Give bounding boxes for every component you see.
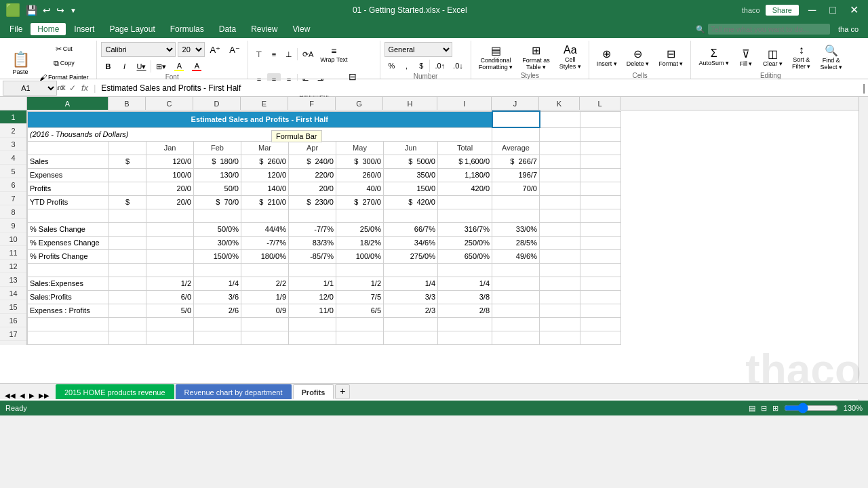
menu-review[interactable]: Review xyxy=(244,23,284,35)
cell-h13[interactable]: 1/4 xyxy=(384,277,438,290)
cell-f3[interactable]: Apr xyxy=(289,141,336,155)
cell-f11[interactable]: -85/7% xyxy=(289,249,336,263)
cell-a13[interactable]: Sales:Expenses xyxy=(28,277,109,290)
cell-h11[interactable]: 275/0% xyxy=(384,249,438,263)
cell-d16[interactable] xyxy=(194,317,241,331)
cell-c4[interactable]: 120/0 xyxy=(146,155,194,168)
zoom-slider[interactable] xyxy=(784,403,838,413)
cell-h9[interactable]: 66/7% xyxy=(384,222,438,236)
cell-j13[interactable] xyxy=(492,277,540,290)
cell-g6[interactable]: 40/0 xyxy=(336,182,384,195)
cell-h4[interactable]: $ 500/0 xyxy=(384,155,438,168)
row-header-17[interactable]: 17 xyxy=(0,327,26,341)
share-button[interactable]: Share xyxy=(766,5,799,16)
menu-formulas[interactable]: Formulas xyxy=(163,23,211,35)
close-button[interactable]: ✕ xyxy=(846,0,863,20)
fill-color-button[interactable]: A xyxy=(171,60,187,73)
cell-i12[interactable] xyxy=(438,263,492,277)
copy-button[interactable]: ⧉ Copy xyxy=(36,56,92,70)
decrease-font-button[interactable]: A⁻ xyxy=(226,43,243,56)
cell-a14[interactable]: Sales:Profits xyxy=(28,290,109,304)
cell-d11[interactable]: 150/0% xyxy=(194,249,241,263)
percent-format-button[interactable]: % xyxy=(384,59,398,73)
cell-k6[interactable] xyxy=(540,182,580,195)
cell-l4[interactable] xyxy=(580,155,621,168)
cell-d6[interactable]: 50/0 xyxy=(194,182,241,195)
vertical-scrollbar[interactable] xyxy=(859,97,868,415)
cell-b16[interactable] xyxy=(109,317,146,331)
customize-button[interactable]: ▼ xyxy=(68,5,78,16)
col-header-k[interactable]: K xyxy=(539,97,580,110)
cell-k11[interactable] xyxy=(540,249,580,263)
cell-f6[interactable]: 20/0 xyxy=(289,182,336,195)
col-header-h[interactable]: H xyxy=(383,97,437,110)
cell-d10[interactable]: 30/0% xyxy=(194,236,241,249)
increase-font-button[interactable]: A⁺ xyxy=(207,43,224,56)
cell-j16[interactable] xyxy=(492,317,540,331)
cell-l7[interactable] xyxy=(580,195,621,209)
cell-c14[interactable]: 6/0 xyxy=(146,290,194,304)
increase-decimal-button[interactable]: .0↑ xyxy=(431,59,448,73)
cell-b13[interactable] xyxy=(109,277,146,290)
cell-g14[interactable]: 7/5 xyxy=(336,290,384,304)
tell-me-input[interactable] xyxy=(708,24,830,35)
cell-i4[interactable]: $ 1,600/0 xyxy=(438,155,492,168)
row-header-9[interactable]: 9 xyxy=(0,219,26,232)
cell-e13[interactable]: 2/2 xyxy=(241,277,289,290)
cell-j10[interactable]: 28/5% xyxy=(492,236,540,249)
cell-a9[interactable]: % Sales Change xyxy=(28,222,109,236)
cell-a5[interactable]: Expenses xyxy=(28,168,109,182)
cell-f4[interactable]: $ 240/0 xyxy=(289,155,336,168)
clear-button[interactable]: ◫ Clear ▾ xyxy=(760,42,786,72)
cell-l9[interactable] xyxy=(580,222,621,236)
cell-d7[interactable]: $ 70/0 xyxy=(194,195,241,209)
cell-e10[interactable]: -7/7% xyxy=(241,236,289,249)
cell-d5[interactable]: 130/0 xyxy=(194,168,241,182)
cell-i5[interactable]: 1,180/0 xyxy=(438,168,492,182)
cell-j7[interactable] xyxy=(492,195,540,209)
cell-c8[interactable] xyxy=(146,209,194,222)
cell-a6[interactable]: Profits xyxy=(28,182,109,195)
redo-button[interactable]: ↪ xyxy=(55,3,66,17)
cell-i17[interactable] xyxy=(438,331,492,344)
cell-f17[interactable] xyxy=(289,331,336,344)
cell-e7[interactable]: $ 210/0 xyxy=(241,195,289,209)
cell-d3[interactable]: Feb xyxy=(194,141,241,155)
cell-c16[interactable] xyxy=(146,317,194,331)
cell-j17[interactable] xyxy=(492,331,540,344)
cell-i9[interactable]: 316/7% xyxy=(438,222,492,236)
cell-k2[interactable] xyxy=(540,127,580,141)
cell-i13[interactable]: 1/4 xyxy=(438,277,492,290)
cell-a8[interactable] xyxy=(28,209,109,222)
row-header-10[interactable]: 10 xyxy=(0,232,26,246)
insert-cells-button[interactable]: ⊕ Insert ▾ xyxy=(593,42,620,72)
row-header-11[interactable]: 11 xyxy=(0,246,26,260)
cell-f8[interactable] xyxy=(289,209,336,222)
cell-c5[interactable]: 100/0 xyxy=(146,168,194,182)
cell-c9[interactable] xyxy=(146,222,194,236)
cell-j1[interactable] xyxy=(492,111,540,127)
format-as-table-button[interactable]: ⊞ Format asTable ▾ xyxy=(519,42,553,72)
cell-b10[interactable] xyxy=(109,236,146,249)
menu-home[interactable]: Home xyxy=(31,23,66,35)
row-header-1[interactable]: 1 xyxy=(0,110,26,124)
col-header-g[interactable]: G xyxy=(336,97,383,110)
font-color-button[interactable]: A xyxy=(189,60,205,73)
cell-c10[interactable] xyxy=(146,236,194,249)
cell-g7[interactable]: $ 270/0 xyxy=(336,195,384,209)
cell-a3[interactable] xyxy=(28,141,109,155)
cell-k3[interactable] xyxy=(540,141,580,155)
row-header-15[interactable]: 15 xyxy=(0,300,26,314)
cell-f10[interactable]: 83/3% xyxy=(289,236,336,249)
cell-l2[interactable] xyxy=(580,127,621,141)
cell-k17[interactable] xyxy=(540,331,580,344)
cell-l10[interactable] xyxy=(580,236,621,249)
cell-d9[interactable]: 50/0% xyxy=(194,222,241,236)
row-header-12[interactable]: 12 xyxy=(0,260,26,273)
decrease-decimal-button[interactable]: .0↓ xyxy=(450,59,467,73)
col-header-c[interactable]: C xyxy=(146,97,193,110)
wrap-text-button[interactable]: ≡ Wrap Text xyxy=(318,42,349,66)
cell-j6[interactable]: 70/0 xyxy=(492,182,540,195)
align-middle-button[interactable]: ≡ xyxy=(267,47,281,61)
find-select-button[interactable]: 🔍 Find &Select ▾ xyxy=(816,42,846,72)
